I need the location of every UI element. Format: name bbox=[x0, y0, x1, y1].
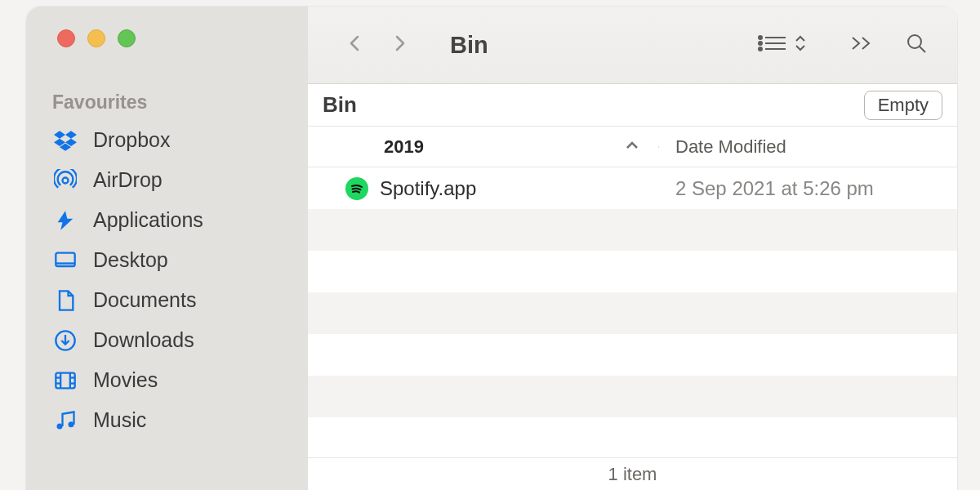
dropbox-icon bbox=[52, 129, 78, 152]
documents-icon bbox=[52, 289, 78, 312]
svg-point-0 bbox=[63, 177, 69, 183]
zoom-window-button[interactable] bbox=[118, 29, 136, 47]
path-title: Bin bbox=[323, 92, 357, 118]
movies-icon bbox=[52, 369, 78, 392]
svg-rect-4 bbox=[56, 372, 74, 388]
svg-point-12 bbox=[759, 42, 762, 45]
table-row bbox=[308, 292, 957, 334]
window-controls bbox=[26, 29, 308, 47]
sidebar-item-label: Movies bbox=[93, 368, 158, 392]
chevron-up-down-icon bbox=[794, 33, 807, 56]
sidebar-item-desktop[interactable]: Desktop bbox=[26, 240, 308, 280]
list-view-icon bbox=[758, 33, 786, 56]
row-date: 2 Sep 2021 at 5:26 pm bbox=[659, 177, 874, 200]
sidebar-item-downloads[interactable]: Downloads bbox=[26, 320, 308, 360]
chevrons-right-icon bbox=[850, 33, 875, 56]
sidebar-item-label: Applications bbox=[93, 208, 203, 232]
row-name: Spotify.app bbox=[380, 177, 476, 200]
view-mode-button[interactable] bbox=[763, 33, 802, 56]
sidebar-item-label: Documents bbox=[93, 288, 196, 312]
sidebar-item-label: Desktop bbox=[93, 248, 168, 272]
main-pane: Bin Bin bbox=[308, 7, 957, 490]
empty-bin-button[interactable]: Empty bbox=[864, 91, 942, 120]
sidebar-item-label: Dropbox bbox=[93, 128, 171, 152]
back-button[interactable] bbox=[345, 32, 365, 58]
sidebar-item-label: Downloads bbox=[93, 328, 194, 352]
sidebar-item-airdrop[interactable]: AirDrop bbox=[26, 160, 308, 200]
svg-point-11 bbox=[759, 36, 762, 39]
file-rows: Spotify.app 2 Sep 2021 at 5:26 pm bbox=[308, 167, 957, 457]
table-row bbox=[308, 251, 957, 292]
column-header-name-label: 2019 bbox=[384, 136, 424, 158]
svg-point-17 bbox=[908, 35, 921, 48]
sidebar-item-dropbox[interactable]: Dropbox bbox=[26, 120, 308, 160]
svg-point-13 bbox=[759, 47, 762, 51]
sidebar-item-applications[interactable]: Applications bbox=[26, 200, 308, 240]
table-row bbox=[308, 376, 957, 417]
desktop-icon bbox=[52, 249, 78, 272]
item-count: 1 item bbox=[608, 464, 657, 485]
location-title: Bin bbox=[450, 32, 488, 59]
sidebar-section-title: Favourites bbox=[52, 91, 308, 114]
sidebar-item-label: Music bbox=[93, 408, 146, 432]
music-icon bbox=[52, 409, 78, 432]
sidebar-items: Dropbox AirDrop Applications Desktop bbox=[26, 120, 308, 440]
sidebar-item-documents[interactable]: Documents bbox=[26, 280, 308, 320]
spotify-icon bbox=[345, 177, 368, 200]
row-name-cell: Spotify.app bbox=[308, 177, 659, 200]
column-header-name[interactable]: 2019 bbox=[308, 136, 659, 158]
airdrop-icon bbox=[52, 169, 78, 192]
forward-button[interactable] bbox=[390, 32, 409, 58]
sidebar: Favourites Dropbox AirDrop Applications bbox=[26, 7, 308, 490]
close-window-button[interactable] bbox=[57, 29, 75, 47]
table-row bbox=[308, 417, 957, 457]
table-row bbox=[308, 209, 957, 251]
search-icon bbox=[905, 32, 928, 58]
toolbar: Bin bbox=[308, 7, 957, 84]
table-row[interactable]: Spotify.app 2 Sep 2021 at 5:26 pm bbox=[308, 167, 957, 209]
downloads-icon bbox=[52, 329, 78, 352]
table-row bbox=[308, 334, 957, 376]
nav-controls bbox=[345, 32, 409, 58]
column-header-date[interactable]: Date Modified bbox=[659, 136, 786, 158]
sidebar-item-label: AirDrop bbox=[93, 168, 163, 192]
applications-icon bbox=[52, 209, 78, 232]
sort-ascending-icon bbox=[625, 136, 639, 158]
svg-line-18 bbox=[920, 47, 925, 52]
column-headers: 2019 Date Modified bbox=[308, 127, 957, 167]
sidebar-item-movies[interactable]: Movies bbox=[26, 360, 308, 400]
finder-window: Favourites Dropbox AirDrop Applications bbox=[26, 7, 957, 490]
path-bar: Bin Empty bbox=[308, 84, 957, 127]
search-button[interactable] bbox=[897, 32, 936, 58]
minimize-window-button[interactable] bbox=[87, 29, 105, 47]
sidebar-item-music[interactable]: Music bbox=[26, 400, 308, 440]
status-bar: 1 item bbox=[308, 457, 957, 490]
more-button[interactable] bbox=[843, 33, 882, 56]
